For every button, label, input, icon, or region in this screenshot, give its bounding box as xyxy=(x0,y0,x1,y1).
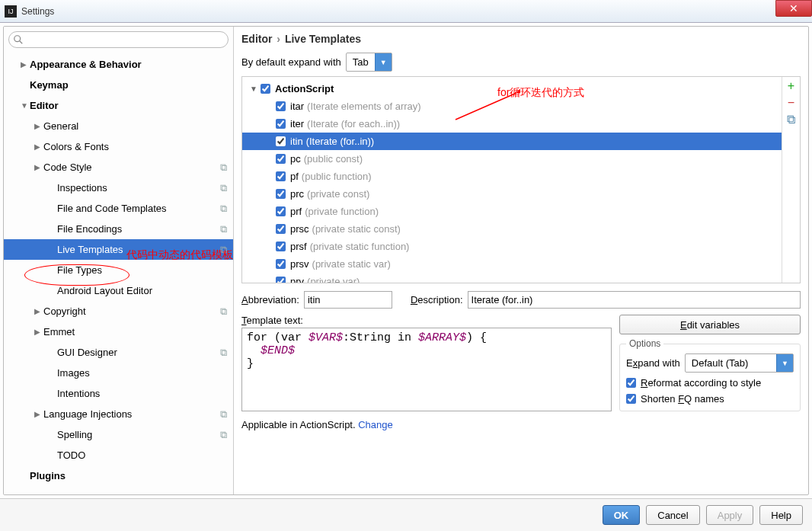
change-link[interactable]: Change xyxy=(358,419,393,430)
sidebar-item-emmet[interactable]: ▶Emmet xyxy=(4,321,233,342)
app-icon: IJ xyxy=(5,5,17,18)
sidebar-item-label: File and Code Templates xyxy=(57,203,167,214)
shorten-checkbox[interactable] xyxy=(626,394,636,404)
project-scope-icon: ⧉ xyxy=(220,408,227,421)
template-checkbox[interactable] xyxy=(276,259,286,269)
sidebar-item-plugins[interactable]: Plugins xyxy=(4,465,233,486)
copy-icon[interactable]: ⧉ xyxy=(785,114,798,126)
shorten-label: Shorten FQ names xyxy=(641,393,724,405)
sidebar-item-images[interactable]: Images xyxy=(4,363,233,383)
reformat-checkbox[interactable] xyxy=(626,378,636,388)
template-text-label: Template text: xyxy=(241,315,612,326)
help-button[interactable]: Help xyxy=(759,505,803,525)
abbr-label: Abbreviation: xyxy=(241,294,299,305)
sidebar-item-language-injections[interactable]: ▶Language Injections⧉ xyxy=(4,404,233,424)
template-item-itin[interactable]: itin (Iterate (for..in)) xyxy=(242,133,782,150)
template-abbr: pc xyxy=(290,153,301,165)
template-item-prsc[interactable]: prsc (private static const) xyxy=(242,220,782,238)
sidebar-item-android-layout-editor[interactable]: Android Layout Editor xyxy=(4,280,233,301)
expand-with-label: Expand with xyxy=(626,357,680,369)
template-item-prsv[interactable]: prsv (private static var) xyxy=(242,255,782,273)
options-legend: Options xyxy=(626,338,663,349)
expand-default-combo[interactable]: Tab ▼ xyxy=(346,53,392,72)
titlebar: IJ Settings ✕ xyxy=(0,0,812,23)
template-checkbox[interactable] xyxy=(276,277,286,283)
sidebar-item-todo[interactable]: TODO xyxy=(4,445,233,465)
template-item-prv[interactable]: prv (private var) xyxy=(242,273,782,283)
template-item-prc[interactable]: prc (private const) xyxy=(242,185,782,203)
template-checkbox[interactable] xyxy=(276,224,286,234)
sidebar-item-keymap[interactable]: Keymap xyxy=(4,75,233,95)
edit-variables-button[interactable]: Edit variables xyxy=(619,315,801,334)
sidebar-item-file-types[interactable]: File Types xyxy=(4,260,233,280)
template-group-header[interactable]: ▼ActionScript xyxy=(242,80,782,98)
remove-icon[interactable]: − xyxy=(785,97,798,109)
settings-tree[interactable]: ▶Appearance & BehaviorKeymap▼Editor▶Gene… xyxy=(4,53,233,494)
sidebar-item-gui-designer[interactable]: GUI Designer⧉ xyxy=(4,342,233,363)
sidebar-item-colors-fonts[interactable]: ▶Colors & Fonts xyxy=(4,136,233,157)
template-desc: (private static function) xyxy=(310,241,410,252)
svg-point-0 xyxy=(14,36,21,42)
sidebar-item-copyright[interactable]: ▶Copyright⧉ xyxy=(4,301,233,321)
add-icon[interactable]: + xyxy=(785,80,798,92)
breadcrumb: Editor › Live Templates xyxy=(241,33,801,45)
template-checkbox[interactable] xyxy=(276,171,286,181)
project-scope-icon: ⧉ xyxy=(220,182,227,194)
tree-arrow-icon: ▶ xyxy=(34,328,43,336)
sidebar-item-file-and-code-templates[interactable]: File and Code Templates⧉ xyxy=(4,198,233,219)
sidebar-item-live-templates[interactable]: Live Templates⧉ xyxy=(4,239,233,260)
expand-with-combo[interactable]: Default (Tab) ▼ xyxy=(685,353,794,373)
abbr-input[interactable] xyxy=(304,291,392,309)
template-desc: (Iterate (for each..in)) xyxy=(307,118,400,130)
apply-button[interactable]: Apply xyxy=(706,505,754,525)
template-item-iter[interactable]: iter (Iterate (for each..in)) xyxy=(242,115,782,133)
project-scope-icon: ⧉ xyxy=(220,203,227,215)
template-list[interactable]: ▼ActionScriptitar (Iterate elements of a… xyxy=(242,77,782,283)
desc-input[interactable] xyxy=(468,291,801,309)
template-checkbox[interactable] xyxy=(276,154,286,164)
expand-with-value: Default (Tab) xyxy=(686,357,776,369)
project-scope-icon: ⧉ xyxy=(220,305,227,318)
sidebar-item-file-encodings[interactable]: File Encodings⧉ xyxy=(4,219,233,239)
sidebar-item-inspections[interactable]: Inspections⧉ xyxy=(4,178,233,198)
sidebar-item-code-style[interactable]: ▶Code Style⧉ xyxy=(4,157,233,178)
sidebar-item-label: Keymap xyxy=(30,79,69,91)
sidebar-item-intentions[interactable]: Intentions xyxy=(4,383,233,404)
cancel-button[interactable]: Cancel xyxy=(646,505,699,525)
template-item-itar[interactable]: itar (Iterate elements of array) xyxy=(242,98,782,115)
sidebar-item-label: Copyright xyxy=(43,305,86,317)
close-button[interactable]: ✕ xyxy=(775,0,812,17)
chevron-down-icon: ▼ xyxy=(776,354,793,372)
sidebar-item-label: Android Layout Editor xyxy=(57,285,152,296)
sidebar-item-appearance-behavior[interactable]: ▶Appearance & Behavior xyxy=(4,54,233,75)
sidebar-item-label: Emmet xyxy=(43,326,75,337)
template-checkbox[interactable] xyxy=(276,189,286,199)
template-side-buttons: + − ⧉ xyxy=(782,77,800,283)
template-checkbox[interactable] xyxy=(276,119,286,129)
template-item-pc[interactable]: pc (public const) xyxy=(242,150,782,168)
sidebar-item-label: Inspections xyxy=(57,182,107,194)
template-checkbox[interactable] xyxy=(276,206,286,216)
sidebar-item-label: Intentions xyxy=(57,388,100,399)
template-item-prf[interactable]: prf (private function) xyxy=(242,203,782,220)
template-text-area[interactable]: for (var $VAR$:String in $ARRAY$) { $END… xyxy=(241,328,612,411)
sidebar-item-label: Language Injections xyxy=(43,408,132,420)
template-abbr: prv xyxy=(290,276,304,283)
template-abbr: itar xyxy=(290,101,304,112)
template-item-pf[interactable]: pf (public function) xyxy=(242,168,782,185)
template-desc: (private var) xyxy=(307,276,360,283)
search-icon xyxy=(13,34,24,45)
ok-button[interactable]: OK xyxy=(603,505,641,525)
group-checkbox[interactable] xyxy=(261,84,270,94)
sidebar-item-spelling[interactable]: Spelling⧉ xyxy=(4,424,233,445)
template-checkbox[interactable] xyxy=(276,242,286,251)
sidebar-item-label: General xyxy=(43,120,78,132)
sidebar-item-editor[interactable]: ▼Editor xyxy=(4,95,233,116)
template-checkbox[interactable] xyxy=(276,136,286,146)
sidebar-item-general[interactable]: ▶General xyxy=(4,116,233,136)
desc-label: Description: xyxy=(411,294,463,305)
template-checkbox[interactable] xyxy=(276,101,286,111)
template-item-prsf[interactable]: prsf (private static function) xyxy=(242,238,782,255)
search-input[interactable] xyxy=(8,31,229,48)
tree-arrow-icon: ▶ xyxy=(34,142,43,151)
